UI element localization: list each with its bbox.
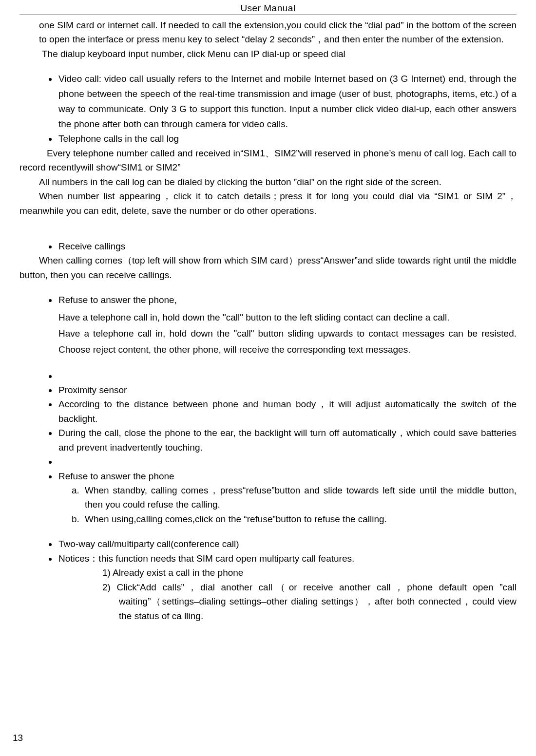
bullet-twoway-title: Two-way call/multiparty call(conference … [57,537,517,551]
page-number: 13 [13,733,23,743]
intro-p2: The dialup keyboard input number, click … [19,47,517,61]
bullet-call-log: Telephone calls in the call log [57,132,517,146]
bullet-receive: Receive callings [57,239,517,253]
bullet-empty-2 [57,454,517,469]
calllog-p2: All numbers in the call log can be diale… [19,175,517,189]
page: User Manual one SIM card or internet cal… [0,0,536,756]
receive-p1-text: When calling comes（top left will show fr… [19,255,517,280]
bullets-refuse1: Refuse to answer the phone, Have a telep… [19,293,517,358]
refuse1-p1: Have a telephone call in, hold down the … [58,309,517,325]
calllog-p1: Every telephone number called and receiv… [19,146,517,175]
twoway-steps: 1) Already exist a call in the phone 2) … [19,566,517,623]
bullets-receive: Receive callings [19,239,517,253]
refuse1-p2: Have a telephone call in, hold down the … [58,325,517,358]
page-header: User Manual [19,0,517,15]
receive-p1: When calling comes（top left will show fr… [19,253,517,282]
bullet-video-call: Video call: video call usually refers to… [57,72,517,132]
bullet-proximity-p2: During the call, close the phone to the … [57,426,517,454]
intro-p1: one SIM card or internet call. If needed… [19,18,517,47]
refuse1-title-text: Refuse to answer the phone, [58,295,177,305]
bullets-twoway: Two-way call/multiparty call(conference … [19,537,517,566]
calllog-p3: When number list appearing，click it to c… [19,189,517,218]
refuse2-sublist: When standby, calling comes，press“refuse… [19,483,517,526]
calllog-p1-text: Every telephone number called and receiv… [19,148,517,172]
bullets-1: Video call: video call usually refers to… [19,72,517,146]
body: one SIM card or internet call. If needed… [19,15,517,623]
twoway-step-2: 2) Click“Add calls”，dial another call（or… [119,580,517,623]
bullet-proximity: Proximity sensor [57,383,517,397]
header-title: User Manual [240,3,295,13]
bullet-twoway-notices: Notices：this function needs that SIM car… [57,551,517,566]
refuse2-a: When standby, calling comes，press“refuse… [82,483,517,512]
bullet-proximity-p1: According to the distance between phone … [57,397,517,426]
bullet-refuse2-title: Refuse to answer the phone [57,469,517,483]
twoway-step-1: 1) Already exist a call in the phone [119,566,517,580]
calllog-p3-text: When number list appearing，click it to c… [19,191,517,215]
refuse2-b: When using,calling comes,click on the “r… [82,512,517,526]
bullets-empty-prox: Proximity sensor According to the distan… [19,369,517,484]
bullet-refuse1-title: Refuse to answer the phone, Have a telep… [57,293,517,358]
bullet-empty-1 [57,369,517,383]
